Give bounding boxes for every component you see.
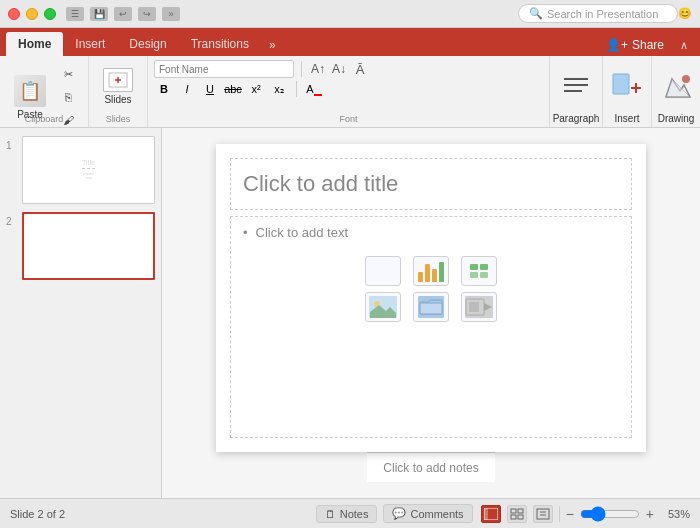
status-bar-right: − + 53% xyxy=(481,505,690,523)
font-name-input[interactable] xyxy=(154,60,294,78)
canvas-area: Click to add title • Click to add text xyxy=(162,128,700,498)
font-size-decrease[interactable]: A↓ xyxy=(330,60,348,78)
clipboard-label: Clipboard xyxy=(0,114,88,124)
title-bar-tools: ☰ 💾 ↩ ↪ » xyxy=(66,7,180,21)
drawing-group: Drawing xyxy=(652,56,700,127)
ribbon-tabs: Home Insert Design Transitions » 👤+ Shar… xyxy=(0,28,700,56)
superscript-button[interactable]: x² xyxy=(246,80,266,98)
slides-label: Slides xyxy=(104,94,131,105)
redo-icon[interactable]: ↪ xyxy=(138,7,156,21)
new-slide-button[interactable]: Slides xyxy=(97,64,139,109)
search-bar[interactable]: 🔍 Search in Presentation xyxy=(518,4,678,23)
insert-table-button[interactable] xyxy=(365,256,401,286)
drawing-label: Drawing xyxy=(652,113,700,124)
font-size-increase[interactable]: A↑ xyxy=(309,60,327,78)
slide-2-number: 2 xyxy=(6,216,16,227)
drawing-button[interactable] xyxy=(658,69,694,105)
reading-view-button[interactable] xyxy=(533,505,553,523)
minimize-button[interactable] xyxy=(26,8,38,20)
comments-tab[interactable]: 💬 Comments xyxy=(383,504,472,523)
paragraph-label: Paragraph xyxy=(550,113,602,124)
main-area: 1 Title 2 Click to add title xyxy=(0,128,700,498)
more-tools-icon[interactable]: » xyxy=(162,7,180,21)
insert-chart-button[interactable] xyxy=(413,256,449,286)
undo-icon[interactable]: ↩ xyxy=(114,7,132,21)
insert-smartart-button[interactable] xyxy=(461,256,497,286)
title-bar: ☰ 💾 ↩ ↪ » 🔍 Search in Presentation 😊 xyxy=(0,0,700,28)
add-notes-text: Click to add notes xyxy=(383,461,478,475)
slides-group: Slides Slides xyxy=(89,56,148,127)
slide-2-thumbnail[interactable] xyxy=(22,212,155,280)
svg-rect-6 xyxy=(613,74,629,94)
copy-button[interactable]: ⎘ xyxy=(56,87,80,107)
tab-insert[interactable]: Insert xyxy=(63,32,117,56)
slide-canvas: Click to add title • Click to add text xyxy=(216,144,646,452)
slide-2-row: 2 xyxy=(6,212,155,280)
svg-marker-16 xyxy=(484,303,492,311)
slide-panel: 1 Title 2 xyxy=(0,128,162,498)
clipboard-group: 📋 Paste ✂ ⎘ 🖌 Clipboard xyxy=(0,56,89,127)
content-icons-row2 xyxy=(365,292,497,322)
subscript-button[interactable]: x₂ xyxy=(269,80,289,98)
zoom-out-button[interactable]: − xyxy=(566,506,574,522)
zoom-percent: 53% xyxy=(660,508,690,520)
cut-button[interactable]: ✂ xyxy=(56,64,80,84)
clear-format-button[interactable]: Ā xyxy=(351,60,369,78)
window-controls xyxy=(8,8,56,20)
slides-group-label: Slides xyxy=(89,114,147,124)
slide-title-area[interactable]: Click to add title xyxy=(230,158,632,210)
bold-button[interactable]: B xyxy=(154,80,174,98)
search-placeholder: Search in Presentation xyxy=(547,8,658,20)
underline-button[interactable]: U xyxy=(200,80,220,98)
slide-sorter-button[interactable] xyxy=(507,505,527,523)
tab-home[interactable]: Home xyxy=(6,32,63,56)
notes-tab[interactable]: 🗒 Notes xyxy=(316,505,378,523)
video-icon xyxy=(465,296,493,318)
svg-rect-22 xyxy=(511,515,516,519)
sidebar-toggle-icon[interactable]: ☰ xyxy=(66,7,84,21)
insert-picture-button[interactable] xyxy=(365,292,401,322)
close-button[interactable] xyxy=(8,8,20,20)
slide-title-placeholder: Click to add title xyxy=(243,171,398,197)
divider xyxy=(559,506,560,522)
zoom-in-button[interactable]: + xyxy=(646,506,654,522)
more-tabs-button[interactable]: » xyxy=(261,34,284,56)
paste-icon: 📋 xyxy=(14,75,46,107)
slide-content-placeholder: • Click to add text xyxy=(243,225,348,240)
font-color-button[interactable]: A xyxy=(304,80,324,98)
notes-icon: 🗒 xyxy=(325,508,336,520)
add-notes-bar[interactable]: Click to add notes xyxy=(367,452,494,482)
comments-icon: 💬 xyxy=(392,507,406,520)
title-bar-right: 😊 xyxy=(678,7,692,20)
status-bar-center: 🗒 Notes 💬 Comments xyxy=(316,504,473,523)
content-icons-row1 xyxy=(365,256,497,286)
strikethrough-button[interactable]: abc xyxy=(223,80,243,98)
save-icon[interactable]: 💾 xyxy=(90,7,108,21)
font-group-label: Font xyxy=(148,114,549,124)
ribbon-content: 📋 Paste ✂ ⎘ 🖌 Clipboard Slides Slides xyxy=(0,56,700,128)
tab-transitions[interactable]: Transitions xyxy=(179,32,261,56)
paragraph-align-button[interactable] xyxy=(556,67,596,107)
svg-rect-20 xyxy=(511,509,516,513)
zoom-slider[interactable] xyxy=(580,507,640,521)
ribbon-collapse-button[interactable]: ∧ xyxy=(674,35,694,56)
maximize-button[interactable] xyxy=(44,8,56,20)
table-icon xyxy=(380,259,386,283)
svg-rect-24 xyxy=(537,509,549,519)
slide-1-row: 1 Title xyxy=(6,136,155,204)
insert-button[interactable] xyxy=(609,68,645,104)
slide-content-area[interactable]: • Click to add text xyxy=(230,216,632,438)
tab-design[interactable]: Design xyxy=(117,32,178,56)
paragraph-group: Paragraph xyxy=(550,56,603,127)
svg-rect-23 xyxy=(518,515,523,519)
insert-group: Insert xyxy=(603,56,652,127)
insert-files-button[interactable] xyxy=(413,292,449,322)
slide-1-thumbnail[interactable]: Title xyxy=(22,136,155,204)
smartart-icon xyxy=(467,261,491,281)
svg-rect-14 xyxy=(420,303,442,314)
italic-button[interactable]: I xyxy=(177,80,197,98)
insert-video-button[interactable] xyxy=(461,292,497,322)
chart-icon xyxy=(414,257,448,285)
normal-view-button[interactable] xyxy=(481,505,501,523)
share-button[interactable]: 👤+ Share xyxy=(596,34,674,56)
